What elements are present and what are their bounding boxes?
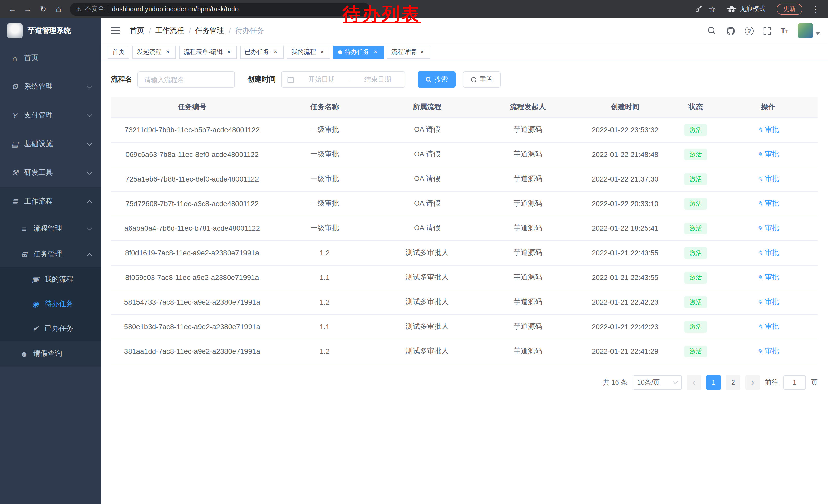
reset-button[interactable]: 重置 <box>463 71 501 88</box>
browser-home-icon[interactable] <box>51 2 66 16</box>
col-created: 创建时间 <box>577 97 673 118</box>
pencil-icon <box>757 199 763 208</box>
bookmark-star-icon[interactable] <box>709 4 716 13</box>
github-icon[interactable] <box>726 26 735 36</box>
close-icon[interactable] <box>419 48 426 56</box>
approve-link[interactable]: 审批 <box>757 273 779 282</box>
breadcrumb-task-management[interactable]: 任务管理 <box>196 26 224 35</box>
tab-done-tasks[interactable]: 已办任务 <box>240 45 284 59</box>
table-row: 725a1eb6-7b88-11ec-8ef0-acde48001122 一级审… <box>111 167 818 191</box>
font-size-icon[interactable] <box>781 26 788 35</box>
breadcrumb-separator <box>189 27 191 35</box>
sidebar-item-system-management[interactable]: 系统管理 <box>0 72 100 101</box>
page-button-2[interactable]: 2 <box>726 375 740 390</box>
avatar-image <box>798 23 813 39</box>
sidebar-item-my-processes[interactable]: 我的流程 <box>0 267 100 292</box>
status-badge: 激活 <box>685 173 707 185</box>
caret-down-icon <box>816 32 820 35</box>
browser-menu-icon[interactable] <box>809 2 823 16</box>
sidebar-item-process-management[interactable]: 流程管理 <box>0 216 100 241</box>
next-page-button[interactable] <box>745 375 760 390</box>
app-logo: 芋道管理系统 <box>0 18 100 44</box>
status-badge: 激活 <box>685 321 707 332</box>
search-icon[interactable] <box>707 26 716 35</box>
page-size-select[interactable]: 10条/页 <box>632 375 682 390</box>
page-unit-label: 页 <box>811 378 818 387</box>
tab-home[interactable]: 首页 <box>108 45 129 59</box>
close-icon[interactable] <box>372 48 379 56</box>
sidebar-item-workflow[interactable]: 工作流程 <box>0 187 100 216</box>
fullscreen-icon[interactable] <box>762 27 771 35</box>
incognito-icon <box>727 5 736 12</box>
chevron-down-icon <box>87 170 92 175</box>
search-button[interactable]: 搜索 <box>418 71 456 88</box>
approve-link[interactable]: 审批 <box>757 322 779 331</box>
sidebar-item-leave-query[interactable]: 请假查询 <box>0 341 100 367</box>
table-row: 73211d9d-7b9b-11ec-b5b7-acde48001122 一级审… <box>111 118 818 142</box>
approve-link[interactable]: 审批 <box>757 297 779 307</box>
create-time-label: 创建时间 <box>247 75 276 84</box>
tab-my-processes[interactable]: 我的流程 <box>287 45 330 59</box>
breadcrumb-home[interactable]: 首页 <box>130 26 144 35</box>
pagination: 共 16 条 10条/页 1 2 前往 页 <box>111 375 818 390</box>
browser-back-icon[interactable] <box>5 2 19 16</box>
prev-page-button[interactable] <box>687 375 701 390</box>
table-row: 8f059c03-7ac8-11ec-a9e2-a2380e71991a 1.1… <box>111 265 818 290</box>
status-badge: 激活 <box>685 296 707 308</box>
user-avatar[interactable] <box>798 23 820 39</box>
eye-icon <box>30 300 41 309</box>
approve-link[interactable]: 审批 <box>757 248 779 258</box>
process-name-input[interactable] <box>137 71 235 88</box>
close-icon[interactable] <box>164 48 171 56</box>
tab-todo-tasks[interactable]: 待办任务 <box>333 45 384 59</box>
logo-image <box>7 23 23 39</box>
approve-link[interactable]: 审批 <box>757 347 779 356</box>
col-task-name: 任务名称 <box>274 97 376 118</box>
help-icon[interactable] <box>745 27 753 35</box>
chevron-down-icon <box>673 379 678 384</box>
chevron-down-icon <box>87 225 92 230</box>
sidebar-item-todo-tasks[interactable]: 待办任务 <box>0 292 100 316</box>
password-key-icon[interactable] <box>694 5 703 13</box>
pencil-icon <box>757 273 763 281</box>
tab-process-detail[interactable]: 流程详情 <box>387 45 430 59</box>
sidebar-item-dev-tools[interactable]: 研发工具 <box>0 158 100 187</box>
sidebar-item-payment-management[interactable]: 支付管理 <box>0 101 100 130</box>
col-initiator: 流程发起人 <box>479 97 577 118</box>
pencil-icon <box>757 322 763 331</box>
sidebar-item-home[interactable]: 首页 <box>0 44 100 72</box>
tab-process-form-edit[interactable]: 流程表单-编辑 <box>179 45 237 59</box>
goto-page-input[interactable] <box>783 375 806 390</box>
approve-link[interactable]: 审批 <box>757 224 779 233</box>
pencil-icon <box>757 150 763 158</box>
tools-icon <box>9 168 20 177</box>
yen-icon <box>9 111 20 120</box>
app-header: 首页 工作流程 任务管理 待办任务 <box>100 18 828 44</box>
breadcrumb-current: 待办任务 <box>235 26 264 35</box>
sidebar-collapse-button[interactable] <box>109 25 122 36</box>
sidebar-item-task-management[interactable]: 任务管理 <box>0 241 100 267</box>
calendar-icon <box>287 76 294 83</box>
sidebar-item-infrastructure[interactable]: 基础设施 <box>0 130 100 158</box>
address-bar[interactable]: 不安全 dashboard.yudao.iocoder.cn/bpm/task/… <box>70 2 370 16</box>
approve-link[interactable]: 审批 <box>757 150 779 159</box>
close-icon[interactable] <box>225 48 233 56</box>
security-label: 不安全 <box>85 5 105 13</box>
browser-forward-icon[interactable] <box>20 2 35 16</box>
approve-link[interactable]: 审批 <box>757 199 779 208</box>
approve-link[interactable]: 审批 <box>757 125 779 134</box>
browser-reload-icon[interactable] <box>36 2 50 16</box>
status-badge: 激活 <box>685 198 707 210</box>
sidebar: 芋道管理系统 首页 系统管理 支付管理 <box>0 18 100 504</box>
sidebar-item-done-tasks[interactable]: 已办任务 <box>0 316 100 341</box>
tabs-bar: 首页 发起流程 流程表单-编辑 已办任务 我的流程 <box>100 44 828 61</box>
approve-link[interactable]: 审批 <box>757 174 779 184</box>
date-range-picker[interactable]: 开始日期 - 结束日期 <box>281 71 405 88</box>
breadcrumb-workflow[interactable]: 工作流程 <box>156 26 184 35</box>
pencil-icon <box>757 298 763 306</box>
close-icon[interactable] <box>272 48 279 56</box>
close-icon[interactable] <box>319 48 326 56</box>
browser-update-button[interactable]: 更新 <box>777 3 802 15</box>
page-button-1[interactable]: 1 <box>706 375 721 390</box>
tab-start-process[interactable]: 发起流程 <box>132 45 176 59</box>
